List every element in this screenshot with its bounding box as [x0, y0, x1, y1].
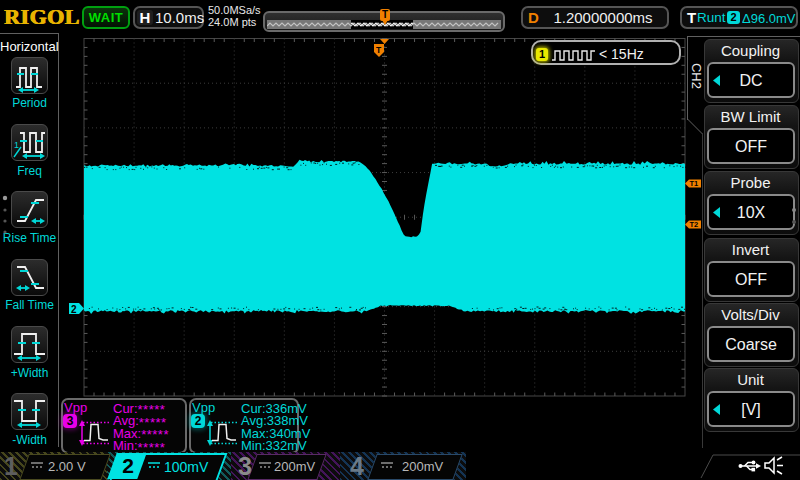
svg-text:T2: T2: [690, 220, 699, 229]
svg-text:T: T: [376, 45, 382, 55]
svg-text:2: 2: [71, 304, 77, 315]
svg-text:T1: T1: [690, 179, 699, 188]
